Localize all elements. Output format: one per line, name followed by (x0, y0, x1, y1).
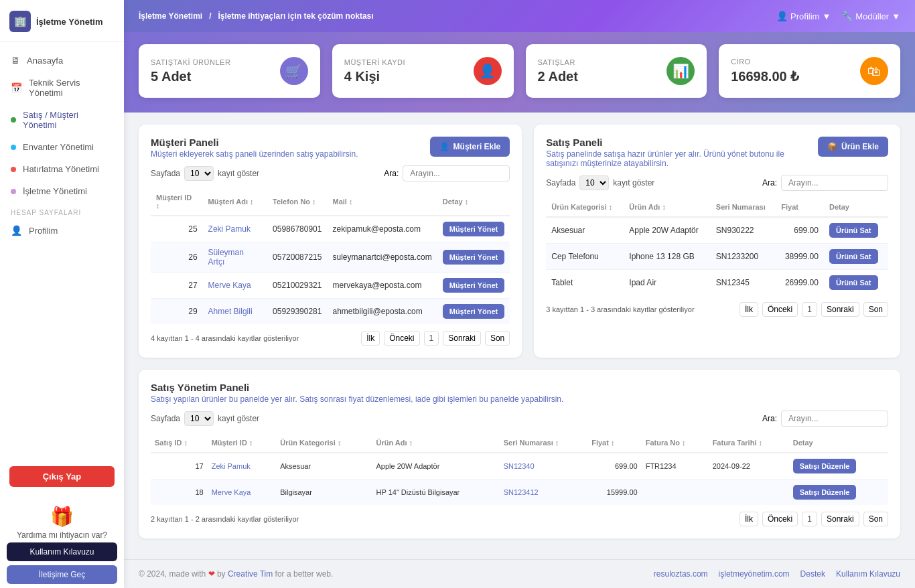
last-page-button[interactable]: Son (485, 331, 510, 346)
col-fiyat: Fiyat (776, 198, 824, 217)
sidebar-item-envanter[interactable]: Envanter Yönetimi (0, 136, 124, 158)
sidebar-item-satis-musteri[interactable]: Satış / Müşteri Yönetimi (0, 104, 124, 136)
customer-phone: 05720087215 (267, 242, 327, 273)
table-row: Tablet Ipad Air SN12345 26999.00 Ürünü S… (546, 270, 888, 296)
sidebar-item-label: Envanter Yönetimi (23, 142, 94, 152)
sidebar-item-teknik-servis[interactable]: 📅 Teknik Servis Yönetimi (0, 72, 124, 104)
footer-link-kilavuz[interactable]: Kullanım Kılavuzu (836, 569, 900, 579)
product-action[interactable]: Ürünü Sat (824, 217, 888, 244)
sidebar-item-anasayfa[interactable]: 🖥 Anasayfa (0, 49, 124, 72)
sidebar-nav: 🖥 Anasayfa 📅 Teknik Servis Yönetimi Satı… (0, 42, 124, 453)
stat-value: 4 Kişi (344, 69, 405, 84)
modules-chevron-icon: ▼ (892, 11, 900, 21)
breadcrumb-root[interactable]: İşletme Yönetimi (139, 11, 202, 21)
stat-icon: 🛍 (860, 57, 888, 85)
page-size-select[interactable]: 10 (184, 411, 214, 426)
customer-name[interactable]: Merve Kaya (203, 273, 267, 299)
sale-serial[interactable]: SN12340 (500, 453, 587, 480)
sidebar-item-isletme[interactable]: İşletme Yönetimi (0, 180, 124, 202)
customer-name[interactable]: Süleyman Artçı (203, 242, 267, 273)
table-row: 25 Zeki Pamuk 05986780901 zekipamuk@epos… (151, 216, 510, 242)
customer-search-input[interactable] (403, 165, 510, 181)
sale-action[interactable]: Satışı Düzenle (789, 480, 888, 506)
sale-serial[interactable]: SN123412 (500, 480, 587, 506)
first-page-button[interactable]: İlk (740, 512, 758, 526)
col-telefon: Telefon No ↕ (267, 188, 327, 216)
stat-card-ciro: CİRO 16698.00 ₺ 🛍 (719, 44, 900, 98)
last-page-button[interactable]: Son (863, 302, 888, 317)
sales-search-input[interactable] (781, 175, 888, 191)
topbar-breadcrumb: İşletme Yönetimi / İşletme ihtiyaçları i… (139, 11, 374, 21)
table-row: 29 Ahmet Bilgili 05929390281 ahmetbilgil… (151, 299, 510, 325)
prev-page-button[interactable]: Önceki (762, 512, 798, 526)
contact-button[interactable]: İletişime Geç (7, 565, 117, 584)
footer-copy: © 2024, made with ❤ by Creative Tim for … (139, 569, 333, 579)
col-musteri-id: Müşteri ID ↕ (151, 188, 203, 216)
guide-button[interactable]: Kullanım Kılavuzu (7, 542, 117, 561)
creative-tim-link[interactable]: Creative Tim (228, 569, 273, 579)
customer-manage-button[interactable]: Müşteri Yönet (443, 222, 505, 236)
customer-action[interactable]: Müşteri Yönet (437, 242, 510, 273)
sale-customer[interactable]: Zeki Pamuk (208, 453, 277, 480)
page-size-select[interactable]: 10 (579, 175, 609, 190)
sell-product-button[interactable]: Ürünü Sat (829, 223, 878, 238)
customer-manage-button[interactable]: Müşteri Yönet (443, 250, 505, 265)
sale-action[interactable]: Satışı Düzenle (789, 453, 888, 480)
prev-page-button[interactable]: Önceki (762, 302, 798, 317)
prev-page-button[interactable]: Önceki (384, 331, 419, 346)
sell-product-button[interactable]: Ürünü Sat (829, 249, 878, 264)
sidebar-item-profilim[interactable]: 👤 Profilim (0, 219, 124, 242)
sales-management-pagination: 2 kayıttan 1 - 2 arasındaki kayıtlar gös… (151, 512, 888, 526)
edit-sale-button[interactable]: Satışı Düzenle (793, 459, 857, 473)
next-page-button[interactable]: Sonraki (821, 512, 859, 526)
sale-invoice (642, 480, 709, 506)
footer-link-resuloztas[interactable]: resuloztas.com (654, 569, 708, 579)
sales-management-search-input[interactable] (781, 411, 888, 427)
add-product-button[interactable]: 📦 Ürün Ekle (818, 137, 888, 157)
modules-button[interactable]: 🔧 Modüller ▼ (841, 11, 900, 21)
customer-action[interactable]: Müşteri Yönet (437, 216, 510, 242)
product-name: Apple 20W Adaptör (624, 217, 710, 244)
customer-action[interactable]: Müşteri Yönet (437, 299, 510, 325)
customer-name[interactable]: Zeki Pamuk (203, 216, 267, 242)
stat-card-satislar: SATIŞLAR 2 Adet 📊 (526, 44, 707, 98)
sidebar-item-label: Profilim (29, 226, 58, 236)
edit-sale-button[interactable]: Satışı Düzenle (793, 485, 857, 500)
col-urun-kategori: Ürün Kategorisi ↕ (276, 433, 372, 453)
profile-button[interactable]: 👤 Profilim ▼ (776, 11, 831, 21)
col-urun-adi: Ürün Adı ↕ (624, 198, 710, 217)
next-page-button[interactable]: Sonraki (821, 302, 859, 317)
sale-invoice: FTR1234 (642, 453, 709, 480)
customer-panel-title: Müşteri Paneli (151, 137, 358, 148)
current-page: 1 (424, 331, 439, 346)
heart-icon: ❤ (208, 569, 215, 579)
sale-category: Bilgisayar (276, 480, 372, 506)
product-action[interactable]: Ürünü Sat (824, 244, 888, 270)
sale-customer[interactable]: Merve Kaya (208, 480, 277, 506)
sidebar-item-hatirlatma[interactable]: Hatırlatma Yönetimi (0, 158, 124, 180)
customer-manage-button[interactable]: Müşteri Yönet (443, 278, 505, 293)
footer-link-isletme[interactable]: işletmeyönetim.com (719, 569, 790, 579)
next-page-button[interactable]: Sonraki (443, 331, 481, 346)
first-page-button[interactable]: İlk (740, 302, 758, 317)
footer-link-destek[interactable]: Destek (800, 569, 825, 579)
add-customer-button[interactable]: 👤 Müşteri Ekle (430, 137, 510, 157)
sell-product-button[interactable]: Ürünü Sat (829, 275, 878, 290)
stat-icon: 🛒 (280, 57, 308, 85)
customer-manage-button[interactable]: Müşteri Yönet (443, 304, 505, 319)
add-customer-icon: 👤 (439, 142, 449, 151)
first-page-button[interactable]: İlk (361, 331, 380, 346)
sidebar-help: 🎁 Yardıma mı ihtiyacın var? Kullanım Kıl… (0, 496, 124, 588)
sales-panel-subtitle: Satış panelinde satışa hazır ürünler yer… (546, 149, 818, 168)
col-mail: Mail ↕ (327, 188, 437, 216)
page-size-select[interactable]: 10 (184, 166, 214, 181)
product-serial: SN1233200 (711, 244, 776, 270)
customer-action[interactable]: Müşteri Yönet (437, 273, 510, 299)
breadcrumb-sep: / (209, 11, 211, 21)
product-action[interactable]: Ürünü Sat (824, 270, 888, 296)
customer-name[interactable]: Ahmet Bilgili (203, 299, 267, 325)
stat-card-musteri: MÜŞTERİ KAYDI 4 Kişi 👤 (332, 44, 514, 98)
logout-button[interactable]: Çıkış Yap (9, 466, 115, 487)
last-page-button[interactable]: Son (863, 512, 888, 526)
customer-pagination-info: 4 kayıttan 1 - 4 arasındaki kayıtlar gös… (151, 334, 357, 342)
